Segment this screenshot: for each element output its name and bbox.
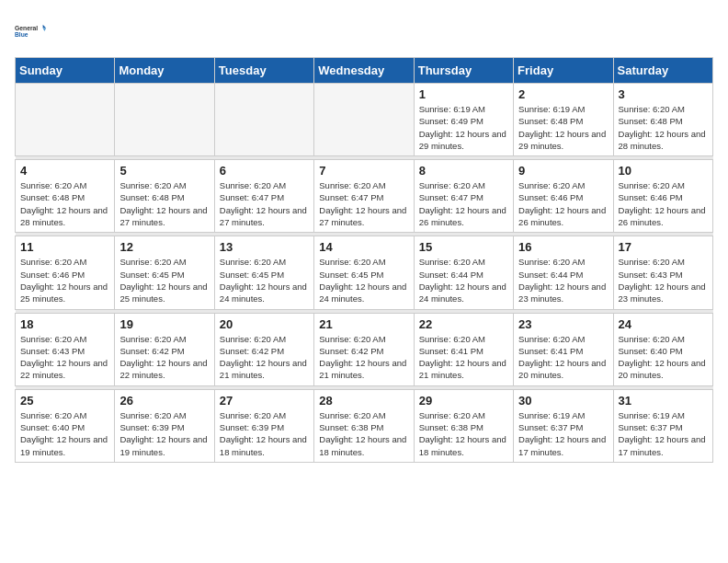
day-info: Sunrise: 6:19 AMSunset: 6:49 PMDaylight:…	[419, 103, 508, 152]
day-info: Sunrise: 6:20 AMSunset: 6:41 PMDaylight:…	[419, 333, 508, 382]
day-info: Sunrise: 6:20 AMSunset: 6:45 PMDaylight:…	[319, 256, 408, 304]
day-info: Sunrise: 6:20 AMSunset: 6:42 PMDaylight:…	[319, 333, 408, 382]
day-number: 12	[119, 240, 209, 254]
calendar-day-cell: 19Sunrise: 6:20 AMSunset: 6:42 PMDayligh…	[115, 313, 214, 385]
calendar-day-cell: 26Sunrise: 6:20 AMSunset: 6:39 PMDayligh…	[115, 389, 214, 462]
calendar-table: SundayMondayTuesdayWednesdayThursdayFrid…	[15, 57, 713, 463]
day-number: 7	[319, 164, 408, 178]
calendar-day-cell: 12Sunrise: 6:20 AMSunset: 6:45 PMDayligh…	[115, 236, 214, 309]
calendar-week-2: 4Sunrise: 6:20 AMSunset: 6:48 PMDaylight…	[16, 160, 713, 233]
calendar-day-cell: 21Sunrise: 6:20 AMSunset: 6:42 PMDayligh…	[314, 313, 414, 385]
calendar-day-cell: 10Sunrise: 6:20 AMSunset: 6:46 PMDayligh…	[613, 160, 712, 233]
day-info: Sunrise: 6:20 AMSunset: 6:44 PMDaylight:…	[419, 256, 508, 304]
day-info: Sunrise: 6:20 AMSunset: 6:47 PMDaylight:…	[220, 179, 309, 228]
day-info: Sunrise: 6:20 AMSunset: 6:47 PMDaylight:…	[419, 179, 508, 228]
day-info: Sunrise: 6:20 AMSunset: 6:42 PMDaylight:…	[119, 333, 209, 382]
calendar-day-cell: 31Sunrise: 6:19 AMSunset: 6:37 PMDayligh…	[613, 389, 712, 462]
calendar-day-cell: 5Sunrise: 6:20 AMSunset: 6:48 PMDaylight…	[115, 160, 214, 233]
day-info: Sunrise: 6:20 AMSunset: 6:40 PMDaylight:…	[20, 409, 109, 458]
day-number: 30	[518, 394, 608, 408]
day-number: 24	[619, 317, 708, 331]
day-info: Sunrise: 6:20 AMSunset: 6:38 PMDaylight:…	[319, 409, 408, 458]
calendar-day-cell: 30Sunrise: 6:19 AMSunset: 6:37 PMDayligh…	[514, 389, 613, 462]
calendar-header-wednesday: Wednesday	[314, 58, 414, 84]
day-number: 23	[518, 317, 608, 331]
day-number: 26	[119, 394, 209, 408]
calendar-day-cell: 1Sunrise: 6:19 AMSunset: 6:49 PMDaylight…	[414, 84, 513, 156]
day-info: Sunrise: 6:20 AMSunset: 6:40 PMDaylight:…	[619, 333, 708, 382]
calendar-day-cell: 25Sunrise: 6:20 AMSunset: 6:40 PMDayligh…	[16, 389, 115, 462]
svg-marker-2	[43, 25, 47, 29]
calendar-header-sunday: Sunday	[16, 58, 115, 84]
day-number: 31	[619, 394, 708, 408]
logo[interactable]: GeneralBlue	[15, 15, 48, 48]
day-number: 28	[319, 394, 408, 408]
day-number: 14	[319, 240, 408, 254]
day-number: 25	[20, 394, 109, 408]
calendar-header-monday: Monday	[115, 58, 214, 84]
day-number: 6	[220, 164, 309, 178]
calendar-day-cell: 27Sunrise: 6:20 AMSunset: 6:39 PMDayligh…	[214, 389, 313, 462]
day-info: Sunrise: 6:19 AMSunset: 6:48 PMDaylight:…	[518, 103, 608, 152]
day-number: 20	[220, 317, 309, 331]
calendar-day-cell: 20Sunrise: 6:20 AMSunset: 6:42 PMDayligh…	[214, 313, 313, 385]
svg-marker-3	[43, 28, 47, 31]
calendar-day-cell: 17Sunrise: 6:20 AMSunset: 6:43 PMDayligh…	[613, 236, 712, 309]
day-number: 17	[619, 240, 708, 254]
day-number: 29	[419, 394, 508, 408]
calendar-day-cell: 29Sunrise: 6:20 AMSunset: 6:38 PMDayligh…	[414, 389, 513, 462]
page-header: GeneralBlue	[15, 15, 713, 48]
calendar-day-cell: 16Sunrise: 6:20 AMSunset: 6:44 PMDayligh…	[514, 236, 613, 309]
day-number: 4	[20, 164, 109, 178]
calendar-day-cell: 8Sunrise: 6:20 AMSunset: 6:47 PMDaylight…	[414, 160, 513, 233]
day-info: Sunrise: 6:20 AMSunset: 6:38 PMDaylight:…	[419, 409, 508, 458]
day-info: Sunrise: 6:20 AMSunset: 6:41 PMDaylight:…	[518, 333, 608, 382]
day-number: 27	[220, 394, 309, 408]
day-info: Sunrise: 6:20 AMSunset: 6:39 PMDaylight:…	[119, 409, 209, 458]
calendar-day-cell: 3Sunrise: 6:20 AMSunset: 6:48 PMDaylight…	[613, 84, 712, 156]
day-info: Sunrise: 6:19 AMSunset: 6:37 PMDaylight:…	[518, 409, 608, 458]
day-number: 13	[220, 240, 309, 254]
calendar-day-cell: 24Sunrise: 6:20 AMSunset: 6:40 PMDayligh…	[613, 313, 712, 385]
calendar-day-cell	[314, 84, 414, 156]
day-number: 5	[119, 164, 209, 178]
day-number: 19	[119, 317, 209, 331]
day-info: Sunrise: 6:20 AMSunset: 6:39 PMDaylight:…	[220, 409, 309, 458]
calendar-day-cell: 18Sunrise: 6:20 AMSunset: 6:43 PMDayligh…	[16, 313, 115, 385]
calendar-header-tuesday: Tuesday	[214, 58, 313, 84]
day-info: Sunrise: 6:20 AMSunset: 6:48 PMDaylight:…	[20, 179, 109, 228]
day-info: Sunrise: 6:20 AMSunset: 6:47 PMDaylight:…	[319, 179, 408, 228]
calendar-day-cell: 4Sunrise: 6:20 AMSunset: 6:48 PMDaylight…	[16, 160, 115, 233]
calendar-header-friday: Friday	[514, 58, 613, 84]
day-info: Sunrise: 6:20 AMSunset: 6:48 PMDaylight:…	[619, 103, 708, 152]
day-info: Sunrise: 6:20 AMSunset: 6:45 PMDaylight:…	[119, 256, 209, 304]
day-number: 22	[419, 317, 508, 331]
day-number: 11	[20, 240, 109, 254]
day-number: 3	[619, 87, 708, 101]
day-number: 8	[419, 164, 508, 178]
calendar-day-cell: 11Sunrise: 6:20 AMSunset: 6:46 PMDayligh…	[16, 236, 115, 309]
day-number: 1	[419, 87, 508, 101]
day-info: Sunrise: 6:20 AMSunset: 6:42 PMDaylight:…	[220, 333, 309, 382]
day-number: 10	[619, 164, 708, 178]
calendar-week-5: 25Sunrise: 6:20 AMSunset: 6:40 PMDayligh…	[16, 389, 713, 462]
calendar-week-4: 18Sunrise: 6:20 AMSunset: 6:43 PMDayligh…	[16, 313, 713, 385]
day-info: Sunrise: 6:19 AMSunset: 6:37 PMDaylight:…	[619, 409, 708, 458]
calendar-week-3: 11Sunrise: 6:20 AMSunset: 6:46 PMDayligh…	[16, 236, 713, 309]
day-info: Sunrise: 6:20 AMSunset: 6:46 PMDaylight:…	[619, 179, 708, 228]
day-info: Sunrise: 6:20 AMSunset: 6:43 PMDaylight:…	[619, 256, 708, 304]
calendar-day-cell	[214, 84, 313, 156]
day-info: Sunrise: 6:20 AMSunset: 6:43 PMDaylight:…	[20, 333, 109, 382]
calendar-week-1: 1Sunrise: 6:19 AMSunset: 6:49 PMDaylight…	[16, 84, 713, 156]
calendar-day-cell: 28Sunrise: 6:20 AMSunset: 6:38 PMDayligh…	[314, 389, 414, 462]
calendar-day-cell: 14Sunrise: 6:20 AMSunset: 6:45 PMDayligh…	[314, 236, 414, 309]
calendar-day-cell: 6Sunrise: 6:20 AMSunset: 6:47 PMDaylight…	[214, 160, 313, 233]
calendar-day-cell: 15Sunrise: 6:20 AMSunset: 6:44 PMDayligh…	[414, 236, 513, 309]
day-number: 18	[20, 317, 109, 331]
day-number: 21	[319, 317, 408, 331]
calendar-header-row: SundayMondayTuesdayWednesdayThursdayFrid…	[16, 58, 713, 84]
day-number: 16	[518, 240, 608, 254]
day-info: Sunrise: 6:20 AMSunset: 6:46 PMDaylight:…	[20, 256, 109, 304]
logo-icon: GeneralBlue	[15, 15, 48, 48]
svg-text:Blue: Blue	[15, 31, 28, 38]
